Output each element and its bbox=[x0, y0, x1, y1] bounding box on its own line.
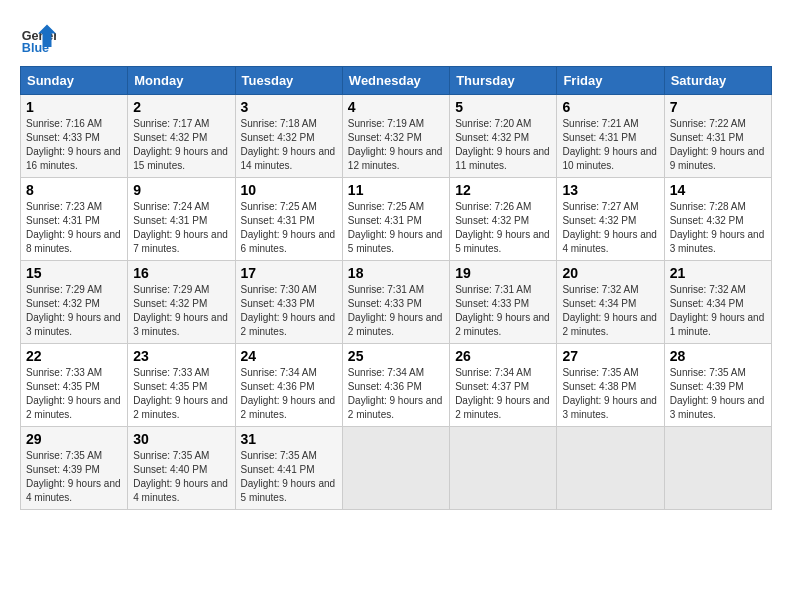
day-info: Sunrise: 7:34 AM Sunset: 4:37 PM Dayligh… bbox=[455, 367, 550, 420]
calendar-cell: 9 Sunrise: 7:24 AM Sunset: 4:31 PM Dayli… bbox=[128, 178, 235, 261]
day-info: Sunrise: 7:32 AM Sunset: 4:34 PM Dayligh… bbox=[562, 284, 657, 337]
day-number: 14 bbox=[670, 182, 766, 198]
day-number: 7 bbox=[670, 99, 766, 115]
calendar-table: SundayMondayTuesdayWednesdayThursdayFrid… bbox=[20, 66, 772, 510]
day-number: 24 bbox=[241, 348, 337, 364]
day-info: Sunrise: 7:35 AM Sunset: 4:39 PM Dayligh… bbox=[670, 367, 765, 420]
day-info: Sunrise: 7:33 AM Sunset: 4:35 PM Dayligh… bbox=[26, 367, 121, 420]
day-number: 9 bbox=[133, 182, 229, 198]
day-number: 8 bbox=[26, 182, 122, 198]
calendar-cell: 10 Sunrise: 7:25 AM Sunset: 4:31 PM Dayl… bbox=[235, 178, 342, 261]
day-number: 17 bbox=[241, 265, 337, 281]
calendar-cell bbox=[450, 427, 557, 510]
day-info: Sunrise: 7:33 AM Sunset: 4:35 PM Dayligh… bbox=[133, 367, 228, 420]
day-number: 1 bbox=[26, 99, 122, 115]
day-number: 13 bbox=[562, 182, 658, 198]
day-info: Sunrise: 7:19 AM Sunset: 4:32 PM Dayligh… bbox=[348, 118, 443, 171]
day-info: Sunrise: 7:21 AM Sunset: 4:31 PM Dayligh… bbox=[562, 118, 657, 171]
calendar-week-4: 22 Sunrise: 7:33 AM Sunset: 4:35 PM Dayl… bbox=[21, 344, 772, 427]
day-number: 5 bbox=[455, 99, 551, 115]
calendar-cell: 31 Sunrise: 7:35 AM Sunset: 4:41 PM Dayl… bbox=[235, 427, 342, 510]
day-info: Sunrise: 7:31 AM Sunset: 4:33 PM Dayligh… bbox=[455, 284, 550, 337]
day-info: Sunrise: 7:26 AM Sunset: 4:32 PM Dayligh… bbox=[455, 201, 550, 254]
calendar-cell bbox=[342, 427, 449, 510]
day-info: Sunrise: 7:35 AM Sunset: 4:38 PM Dayligh… bbox=[562, 367, 657, 420]
calendar-cell: 7 Sunrise: 7:22 AM Sunset: 4:31 PM Dayli… bbox=[664, 95, 771, 178]
calendar-cell: 2 Sunrise: 7:17 AM Sunset: 4:32 PM Dayli… bbox=[128, 95, 235, 178]
day-info: Sunrise: 7:31 AM Sunset: 4:33 PM Dayligh… bbox=[348, 284, 443, 337]
calendar-cell: 17 Sunrise: 7:30 AM Sunset: 4:33 PM Dayl… bbox=[235, 261, 342, 344]
calendar-cell: 20 Sunrise: 7:32 AM Sunset: 4:34 PM Dayl… bbox=[557, 261, 664, 344]
day-number: 27 bbox=[562, 348, 658, 364]
calendar-cell: 5 Sunrise: 7:20 AM Sunset: 4:32 PM Dayli… bbox=[450, 95, 557, 178]
calendar-week-3: 15 Sunrise: 7:29 AM Sunset: 4:32 PM Dayl… bbox=[21, 261, 772, 344]
weekday-header-thursday: Thursday bbox=[450, 67, 557, 95]
day-info: Sunrise: 7:25 AM Sunset: 4:31 PM Dayligh… bbox=[241, 201, 336, 254]
day-info: Sunrise: 7:23 AM Sunset: 4:31 PM Dayligh… bbox=[26, 201, 121, 254]
calendar-cell: 28 Sunrise: 7:35 AM Sunset: 4:39 PM Dayl… bbox=[664, 344, 771, 427]
calendar-cell: 1 Sunrise: 7:16 AM Sunset: 4:33 PM Dayli… bbox=[21, 95, 128, 178]
calendar-cell: 4 Sunrise: 7:19 AM Sunset: 4:32 PM Dayli… bbox=[342, 95, 449, 178]
calendar-cell: 15 Sunrise: 7:29 AM Sunset: 4:32 PM Dayl… bbox=[21, 261, 128, 344]
calendar-cell: 12 Sunrise: 7:26 AM Sunset: 4:32 PM Dayl… bbox=[450, 178, 557, 261]
day-info: Sunrise: 7:29 AM Sunset: 4:32 PM Dayligh… bbox=[133, 284, 228, 337]
day-number: 29 bbox=[26, 431, 122, 447]
weekday-header-sunday: Sunday bbox=[21, 67, 128, 95]
calendar-cell: 23 Sunrise: 7:33 AM Sunset: 4:35 PM Dayl… bbox=[128, 344, 235, 427]
calendar-cell: 8 Sunrise: 7:23 AM Sunset: 4:31 PM Dayli… bbox=[21, 178, 128, 261]
day-info: Sunrise: 7:35 AM Sunset: 4:41 PM Dayligh… bbox=[241, 450, 336, 503]
calendar-cell: 14 Sunrise: 7:28 AM Sunset: 4:32 PM Dayl… bbox=[664, 178, 771, 261]
calendar-cell: 19 Sunrise: 7:31 AM Sunset: 4:33 PM Dayl… bbox=[450, 261, 557, 344]
calendar-cell: 22 Sunrise: 7:33 AM Sunset: 4:35 PM Dayl… bbox=[21, 344, 128, 427]
day-info: Sunrise: 7:22 AM Sunset: 4:31 PM Dayligh… bbox=[670, 118, 765, 171]
calendar-cell: 24 Sunrise: 7:34 AM Sunset: 4:36 PM Dayl… bbox=[235, 344, 342, 427]
calendar-cell: 18 Sunrise: 7:31 AM Sunset: 4:33 PM Dayl… bbox=[342, 261, 449, 344]
day-info: Sunrise: 7:35 AM Sunset: 4:39 PM Dayligh… bbox=[26, 450, 121, 503]
calendar-week-2: 8 Sunrise: 7:23 AM Sunset: 4:31 PM Dayli… bbox=[21, 178, 772, 261]
day-info: Sunrise: 7:27 AM Sunset: 4:32 PM Dayligh… bbox=[562, 201, 657, 254]
calendar-cell: 27 Sunrise: 7:35 AM Sunset: 4:38 PM Dayl… bbox=[557, 344, 664, 427]
day-number: 25 bbox=[348, 348, 444, 364]
day-number: 3 bbox=[241, 99, 337, 115]
calendar-cell bbox=[557, 427, 664, 510]
day-number: 16 bbox=[133, 265, 229, 281]
day-number: 19 bbox=[455, 265, 551, 281]
day-number: 26 bbox=[455, 348, 551, 364]
day-info: Sunrise: 7:17 AM Sunset: 4:32 PM Dayligh… bbox=[133, 118, 228, 171]
calendar-cell bbox=[664, 427, 771, 510]
day-info: Sunrise: 7:25 AM Sunset: 4:31 PM Dayligh… bbox=[348, 201, 443, 254]
day-info: Sunrise: 7:16 AM Sunset: 4:33 PM Dayligh… bbox=[26, 118, 121, 171]
day-number: 30 bbox=[133, 431, 229, 447]
day-number: 4 bbox=[348, 99, 444, 115]
day-info: Sunrise: 7:29 AM Sunset: 4:32 PM Dayligh… bbox=[26, 284, 121, 337]
calendar-cell: 3 Sunrise: 7:18 AM Sunset: 4:32 PM Dayli… bbox=[235, 95, 342, 178]
calendar-cell: 16 Sunrise: 7:29 AM Sunset: 4:32 PM Dayl… bbox=[128, 261, 235, 344]
day-number: 15 bbox=[26, 265, 122, 281]
day-info: Sunrise: 7:32 AM Sunset: 4:34 PM Dayligh… bbox=[670, 284, 765, 337]
weekday-header-tuesday: Tuesday bbox=[235, 67, 342, 95]
day-number: 21 bbox=[670, 265, 766, 281]
day-number: 22 bbox=[26, 348, 122, 364]
day-number: 10 bbox=[241, 182, 337, 198]
day-info: Sunrise: 7:24 AM Sunset: 4:31 PM Dayligh… bbox=[133, 201, 228, 254]
logo-icon: General Blue bbox=[20, 20, 56, 56]
day-number: 11 bbox=[348, 182, 444, 198]
day-number: 6 bbox=[562, 99, 658, 115]
calendar-cell: 21 Sunrise: 7:32 AM Sunset: 4:34 PM Dayl… bbox=[664, 261, 771, 344]
calendar-cell: 13 Sunrise: 7:27 AM Sunset: 4:32 PM Dayl… bbox=[557, 178, 664, 261]
day-info: Sunrise: 7:18 AM Sunset: 4:32 PM Dayligh… bbox=[241, 118, 336, 171]
day-number: 20 bbox=[562, 265, 658, 281]
day-info: Sunrise: 7:20 AM Sunset: 4:32 PM Dayligh… bbox=[455, 118, 550, 171]
calendar-cell: 25 Sunrise: 7:34 AM Sunset: 4:36 PM Dayl… bbox=[342, 344, 449, 427]
day-info: Sunrise: 7:30 AM Sunset: 4:33 PM Dayligh… bbox=[241, 284, 336, 337]
day-info: Sunrise: 7:28 AM Sunset: 4:32 PM Dayligh… bbox=[670, 201, 765, 254]
calendar-week-5: 29 Sunrise: 7:35 AM Sunset: 4:39 PM Dayl… bbox=[21, 427, 772, 510]
weekday-header-saturday: Saturday bbox=[664, 67, 771, 95]
weekday-header-friday: Friday bbox=[557, 67, 664, 95]
day-number: 23 bbox=[133, 348, 229, 364]
calendar-week-1: 1 Sunrise: 7:16 AM Sunset: 4:33 PM Dayli… bbox=[21, 95, 772, 178]
day-number: 28 bbox=[670, 348, 766, 364]
weekday-header-monday: Monday bbox=[128, 67, 235, 95]
day-number: 12 bbox=[455, 182, 551, 198]
calendar-cell: 6 Sunrise: 7:21 AM Sunset: 4:31 PM Dayli… bbox=[557, 95, 664, 178]
